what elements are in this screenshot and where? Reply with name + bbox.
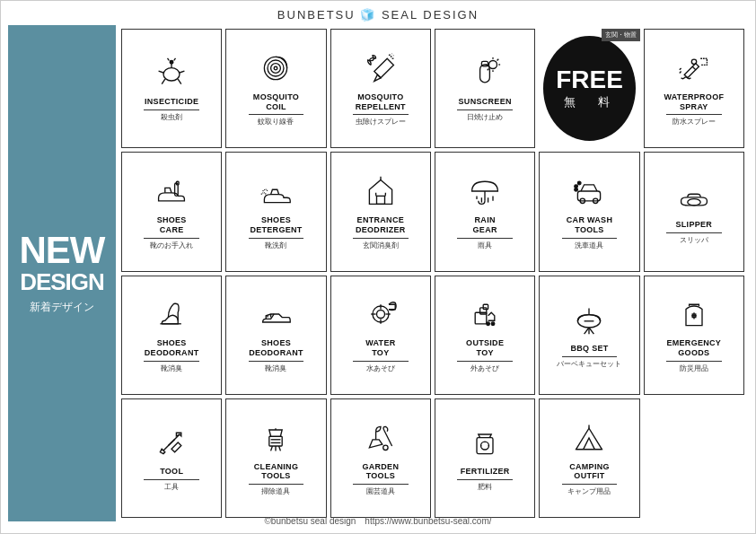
bbq-set-divider xyxy=(562,356,617,357)
item-waterproof-spray: WATERPROOFSPRAY 防水スプレー xyxy=(644,29,744,148)
garden-tools-title: GARDENTOOLS xyxy=(362,462,399,482)
svg-rect-17 xyxy=(482,62,488,66)
waterproof-spray-title: WATERPROOFSPRAY xyxy=(664,92,724,112)
item-water-toy: WATERTOY 水あそび xyxy=(330,276,431,395)
rain-gear-title: RAINGEAR xyxy=(473,215,497,235)
design-text: DESIGN xyxy=(20,269,104,295)
item-bbq-set: BBQ SET バーベキューセット xyxy=(539,276,639,395)
mosquito-repellent-title: MOSQUITOREPELLENT xyxy=(356,92,406,112)
svg-point-42 xyxy=(578,181,582,185)
entrance-deodrizer-jp: 玄関消臭剤 xyxy=(363,241,399,250)
outside-toy-icon xyxy=(469,298,501,335)
free-corner-label: 玄関・物置 xyxy=(602,29,640,41)
emergency-goods-jp: 防災用品 xyxy=(680,363,708,373)
footer: ©bunbetsu seal design https://www.bunbet… xyxy=(1,512,755,530)
free-jp: 無 料 xyxy=(564,94,615,110)
waterproof-spray-divider xyxy=(666,114,721,115)
svg-marker-30 xyxy=(369,179,391,204)
svg-line-78 xyxy=(383,430,391,446)
brand-name2: SEAL DESIGN xyxy=(382,8,479,22)
item-tool: TOOL 工具 xyxy=(121,398,222,518)
bbq-set-icon xyxy=(573,303,605,340)
camping-outfit-jp: キャンプ用品 xyxy=(567,486,611,496)
tool-title: TOOL xyxy=(160,467,183,477)
car-wash-tools-jp: 洗車道具 xyxy=(575,241,603,250)
shoes-deodorant-sneaker-divider xyxy=(249,361,303,362)
sunscreen-icon xyxy=(469,57,501,93)
svg-rect-56 xyxy=(483,305,488,310)
tool-icon xyxy=(155,426,188,463)
shoes-care-title: SHOESCARE xyxy=(157,215,187,235)
bbq-set-title: BBQ SET xyxy=(570,344,608,354)
new-design-banner: NEW DESIGN 新着デザイン xyxy=(8,25,116,521)
water-toy-divider xyxy=(353,361,408,362)
mosquito-coil-title: MOSQUITOCOIL xyxy=(253,92,299,112)
emergency-goods-title: EMERGENCYGOODS xyxy=(666,338,721,358)
outside-toy-title: OUTSIDETOY xyxy=(466,338,504,358)
item-free-badge: 玄関・物置 FREE 無 料 xyxy=(539,29,639,148)
item-fertilizer: FERTILIZER 肥料 xyxy=(435,398,535,518)
camping-outfit-divider xyxy=(562,484,617,485)
rain-gear-jp: 雨具 xyxy=(478,241,492,250)
insecticide-divider xyxy=(144,109,198,110)
shoes-care-divider xyxy=(144,238,198,239)
svg-line-8 xyxy=(174,58,176,61)
item-slipper: SLIPPER スリッパ xyxy=(644,152,744,271)
mosquito-coil-icon xyxy=(259,52,292,89)
sunscreen-jp: 日焼け止め xyxy=(467,112,503,122)
bbq-set-jp: バーベキューセット xyxy=(557,359,621,369)
svg-point-18 xyxy=(489,61,497,69)
shoes-deodorant-sneaker-jp: 靴消臭 xyxy=(265,363,286,373)
svg-rect-80 xyxy=(477,438,493,454)
item-entrance-deodrizer: ENTRANCEDEODRIZER 玄関消臭剤 xyxy=(330,152,431,271)
item-outside-toy: OUTSIDETOY 外あそび xyxy=(435,276,535,395)
fertilizer-icon xyxy=(469,426,501,463)
svg-rect-31 xyxy=(376,196,384,204)
new-text: NEW xyxy=(20,232,105,269)
svg-line-60 xyxy=(585,328,589,334)
rain-gear-icon xyxy=(469,175,501,212)
car-wash-tools-title: CAR WASHTOOLS xyxy=(567,215,612,235)
svg-line-7 xyxy=(168,58,170,61)
svg-line-26 xyxy=(680,68,681,70)
item-shoes-care: SHOESCARE 靴のお手入れ xyxy=(121,152,222,271)
sunscreen-title: SUNSCREEN xyxy=(459,97,512,107)
item-shoes-detergent: SHOESDETERGENT 靴洗剤 xyxy=(225,152,326,271)
garden-tools-divider xyxy=(353,484,408,485)
brand-icon: 🧊 xyxy=(360,8,382,22)
mosquito-repellent-divider xyxy=(353,114,408,115)
header: BUNBETSU 🧊 SEAL DESIGN xyxy=(1,1,755,25)
shoes-detergent-divider xyxy=(249,238,303,239)
shoes-deodorant-heel-icon xyxy=(155,298,188,335)
svg-point-43 xyxy=(575,188,578,191)
shoes-deodorant-heel-title: SHOESDEODORANT xyxy=(145,338,199,358)
waterproof-spray-jp: 防水スプレー xyxy=(672,117,716,127)
page: BUNBETSU 🧊 SEAL DESIGN NEW DESIGN 新着デザイン xyxy=(0,0,756,534)
svg-point-81 xyxy=(481,442,489,450)
rain-gear-divider xyxy=(457,238,512,239)
emergency-goods-icon xyxy=(678,298,710,335)
main-area: NEW DESIGN 新着デザイン xyxy=(1,25,755,521)
footer-text: ©bunbetsu seal design https://www.bunbet… xyxy=(264,516,491,526)
product-grid: INSECTICIDE 殺虫剤 MOSQUITOCOIL 蚊取 xyxy=(116,25,748,521)
slipper-icon xyxy=(678,179,710,216)
item-sunscreen: SUNSCREEN 日焼け止め xyxy=(435,29,535,148)
cleaning-tools-icon xyxy=(259,422,292,459)
slipper-title: SLIPPER xyxy=(676,220,713,230)
outside-toy-jp: 外あそび xyxy=(470,363,499,373)
svg-line-3 xyxy=(180,71,184,73)
shoes-deodorant-sneaker-title: SHOESDEODORANT xyxy=(249,338,303,358)
svg-point-10 xyxy=(268,60,284,76)
svg-line-2 xyxy=(159,71,163,73)
shoes-detergent-jp: 靴洗剤 xyxy=(265,241,286,250)
svg-line-5 xyxy=(178,79,181,83)
item-shoes-deodorant-heel: SHOESDEODORANT 靴消臭 xyxy=(121,276,222,395)
item-mosquito-repellent: MOSQUITOREPELLENT 虫除けスプレー xyxy=(330,29,431,148)
cleaning-tools-title: CLEANINGTOOLS xyxy=(254,462,298,482)
item-car-wash-tools: CAR WASHTOOLS 洗車道具 xyxy=(539,152,639,271)
water-toy-jp: 水あそび xyxy=(366,363,395,373)
svg-line-69 xyxy=(169,439,175,445)
camping-outfit-title: CAMPINGOUTFIT xyxy=(569,462,610,482)
brand-name: BUNBETSU xyxy=(277,8,356,22)
svg-point-12 xyxy=(275,66,278,70)
